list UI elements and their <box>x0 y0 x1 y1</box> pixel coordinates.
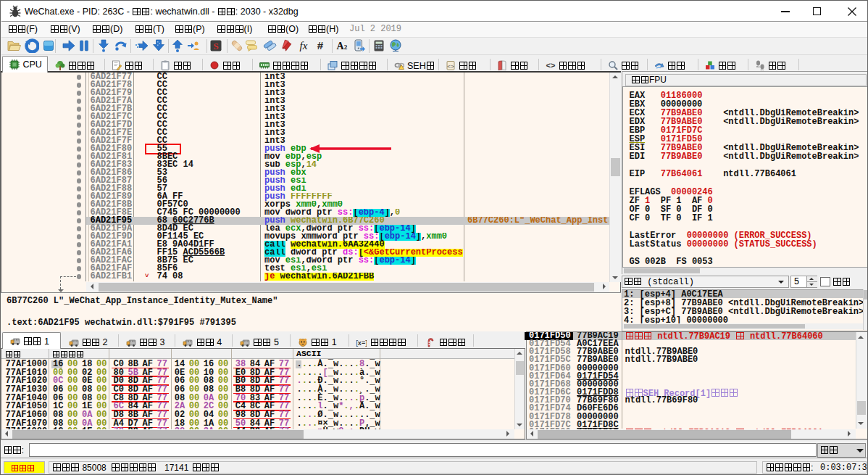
svg-text:#: # <box>317 39 324 51</box>
svg-text:2: 2 <box>343 44 347 51</box>
svg-text:fx: fx <box>299 40 307 51</box>
svg-text:[x=]: [x=] <box>356 339 367 346</box>
svg-text:<>: <> <box>447 63 454 70</box>
svg-text:S: S <box>213 41 218 51</box>
svg-text:<>: <> <box>546 61 555 70</box>
